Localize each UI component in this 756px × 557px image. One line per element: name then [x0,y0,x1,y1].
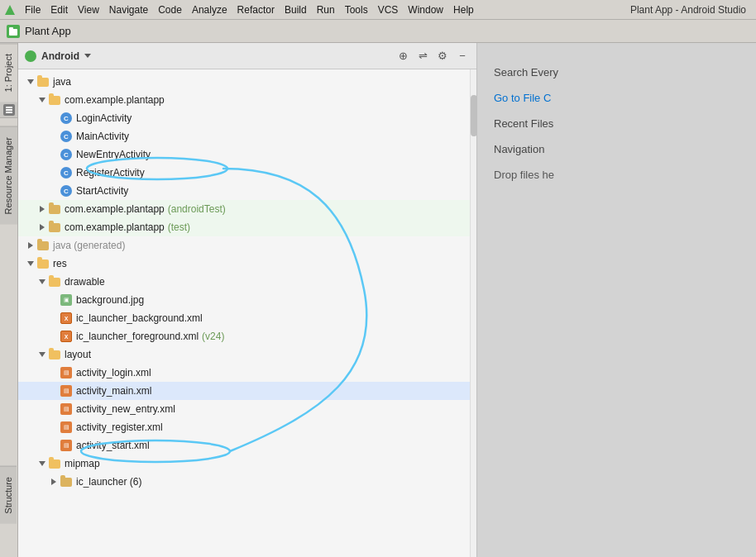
android-icon [25,50,36,62]
svg-rect-1 [9,29,17,36]
scrollbar-track [470,69,476,557]
tree-item-ic-launcher-fg[interactable]: X ic_launcher_foreground.xml (v24) [18,327,476,345]
folder-package-icon [48,93,61,107]
svg-rect-5 [6,112,12,113]
tree-label-res: res [53,258,67,269]
tree-item-activity-new-entry-xml[interactable]: ▤ activity_new_entry.xml [18,400,476,418]
tree-item-start-activity[interactable]: C StartActivity [18,182,476,200]
menu-edit[interactable]: Edit [45,2,73,17]
tree-item-res[interactable]: res [18,255,476,273]
tree-label-com-example: com.example.plantapp [65,94,165,106]
tree-label-new-entry-activity: NewEntryActivity [76,149,151,160]
tree-item-activity-start-xml[interactable]: ▤ activity_start.xml [18,436,476,455]
tree-label-test-suffix: (test) [168,221,190,233]
menu-tools[interactable]: Tools [340,2,373,17]
menu-code[interactable]: Code [153,2,187,17]
menu-build[interactable]: Build [280,2,312,17]
panel-type-dropdown[interactable]: Android [25,50,91,62]
option-search-everywhere[interactable]: Search Every [477,60,575,85]
svg-rect-2 [9,27,13,30]
tree-item-login-activity[interactable]: C LoginActivity [18,109,476,127]
option-go-to-file[interactable]: Go to File C [477,85,567,111]
svg-rect-4 [6,109,12,111]
tree-label-main-activity: MainActivity [76,131,129,142]
tree-item-ic-launcher[interactable]: ic_launcher (6) [18,473,476,491]
scrollbar-thumb[interactable] [471,95,477,136]
tree-label-ic-launcher: ic_launcher (6) [76,476,141,488]
tree-item-main-activity[interactable]: C MainActivity [18,127,476,145]
tree-label-layout: layout [65,349,91,360]
tree-item-activity-login-xml[interactable]: ▤ activity_login.xml [18,364,476,382]
tree-view[interactable]: java com.example.plantapp C LoginActivit… [18,69,476,557]
expand-drawable[interactable] [36,276,48,288]
project-panel: Android ⊕ ⇌ ⚙ − java [18,43,477,557]
expand-mipmap[interactable] [36,458,48,469]
side-tabs: 1: Project Resource Manager Structure [0,43,18,557]
option-navigation[interactable]: Navigation [477,136,561,162]
option-drop-files: Drop files he [477,162,571,188]
menu-vcs[interactable]: VCS [373,2,404,17]
class-register-icon: C [60,166,73,179]
tree-label-activity-main-xml: activity_main.xml [76,385,151,397]
tree-label-ic-launcher-fg-suffix: (v24) [202,331,224,342]
sidebar-tab-structure[interactable]: Structure [0,466,17,524]
menu-view[interactable]: View [73,2,104,17]
tree-item-test[interactable]: com.example.plantapp (test) [18,218,476,236]
folder-java-gen-icon [36,239,50,252]
structure-icon[interactable] [3,104,15,116]
project-title: Plant App [25,25,71,37]
tree-label-activity-new-entry-xml: activity_new_entry.xml [76,403,175,415]
file-ic-launcher-bg-icon: X [60,312,73,325]
tree-item-android-test[interactable]: com.example.plantapp (androidTest) [18,200,476,218]
tree-label-background-jpg: background.jpg [76,294,144,306]
svg-point-6 [27,53,34,60]
expand-java[interactable] [25,76,36,88]
class-start-icon: C [60,184,73,198]
tree-item-layout[interactable]: layout [18,345,476,364]
sidebar-tab-project[interactable]: 1: Project [0,43,17,102]
tree-item-ic-launcher-bg[interactable]: X ic_launcher_background.xml [18,309,476,327]
class-login-icon: C [60,112,73,125]
sidebar-tab-resource-manager[interactable]: Resource Manager [0,126,17,225]
menu-window[interactable]: Window [403,2,448,17]
main-content: 1: Project Resource Manager Structure An… [0,43,756,557]
expand-com-example[interactable] [36,94,48,106]
app-icon [3,3,17,17]
menu-navigate[interactable]: Navigate [104,2,153,17]
split-button[interactable]: ⇌ [415,49,430,64]
tree-item-drawable[interactable]: drawable [18,273,476,291]
folder-mipmap-icon [48,457,61,470]
folder-android-test-icon [48,202,61,216]
expand-android-test[interactable] [36,203,48,215]
gear-button[interactable]: ⚙ [435,49,450,64]
menu-refactor[interactable]: Refactor [232,2,280,17]
tree-item-new-entry-activity[interactable]: C NewEntryActivity [18,145,476,164]
tree-item-background-jpg[interactable]: ▣ background.jpg [18,291,476,309]
menu-run[interactable]: Run [312,2,340,17]
expand-ic-launcher[interactable] [48,476,60,488]
file-ic-launcher-fg-icon: X [60,330,73,343]
tree-label-android-test-suffix: (androidTest) [168,203,226,215]
tree-label-java: java [53,76,71,88]
expand-layout[interactable] [36,349,48,360]
tree-item-register-activity[interactable]: C RegisterActivity [18,164,476,182]
globe-button[interactable]: ⊕ [395,49,410,64]
menu-analyze[interactable]: Analyze [187,2,232,17]
file-background-icon: ▣ [60,293,73,307]
svg-rect-3 [6,107,12,108]
tree-item-java-generated[interactable]: java (generated) [18,236,476,255]
menu-help[interactable]: Help [448,2,479,17]
tree-item-mipmap[interactable]: mipmap [18,455,476,473]
menu-file[interactable]: File [20,2,45,17]
tree-item-com-example[interactable]: com.example.plantapp [18,91,476,109]
expand-java-generated[interactable] [25,240,36,251]
project-icon [7,25,20,38]
tree-item-activity-main-xml[interactable]: ▤ activity_main.xml [18,382,476,400]
file-activity-register-icon: ▤ [60,421,73,434]
expand-res[interactable] [25,258,36,269]
option-recent-files[interactable]: Recent Files [477,111,570,136]
tree-item-activity-register-xml[interactable]: ▤ activity_register.xml [18,418,476,436]
tree-item-java[interactable]: java [18,73,476,91]
close-button[interactable]: − [455,49,470,64]
expand-test[interactable] [36,221,48,233]
